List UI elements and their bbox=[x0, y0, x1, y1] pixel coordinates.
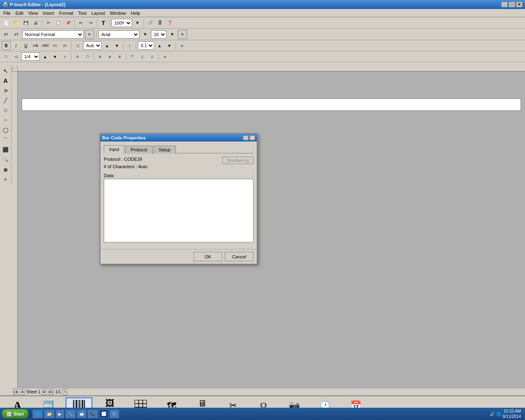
canvas-content[interactable] bbox=[18, 72, 525, 395]
italic-button[interactable]: I bbox=[11, 41, 21, 50]
size-select[interactable]: Auto bbox=[83, 41, 102, 50]
zoom-tool[interactable]: 🔍 bbox=[1, 155, 10, 164]
lasso-tool[interactable]: ⌒ bbox=[1, 135, 10, 144]
tab-input[interactable]: Input bbox=[104, 145, 124, 153]
taskbar-photo[interactable]: 🏔 bbox=[77, 409, 87, 418]
taskbar-media[interactable]: ▶ bbox=[55, 409, 64, 418]
valign-bot[interactable]: ⊥ bbox=[148, 52, 157, 61]
copy-button[interactable]: 📋 bbox=[54, 18, 63, 27]
underline-button[interactable]: U bbox=[21, 41, 30, 50]
size-up[interactable]: ▲ bbox=[103, 41, 112, 50]
spacing-select[interactable]: 0.16 bbox=[138, 41, 154, 50]
taskbar-ptouch[interactable]: 🅿 bbox=[99, 409, 109, 418]
help-btn[interactable]: ❓ bbox=[165, 18, 174, 27]
menu-window[interactable]: Window bbox=[107, 10, 128, 16]
spacing-up[interactable]: ▲ bbox=[155, 41, 164, 50]
menu-insert[interactable]: Insert bbox=[40, 10, 57, 16]
font-dropdown[interactable]: ▼ bbox=[141, 30, 150, 39]
zoom-select[interactable]: 100% bbox=[112, 19, 132, 27]
font-size-select[interactable]: 16 bbox=[151, 30, 167, 39]
undo-button[interactable]: ↩ bbox=[76, 18, 85, 27]
text-up-button[interactable]: A↑ bbox=[51, 41, 60, 50]
tb4-expand[interactable]: ↕ bbox=[60, 52, 69, 61]
db-btn[interactable]: 🗄 bbox=[155, 18, 164, 27]
rect-tool[interactable]: □ bbox=[1, 106, 10, 115]
dialog-help-button[interactable]: ? bbox=[243, 135, 249, 140]
start-button[interactable]: 🪟 Start bbox=[2, 409, 28, 419]
font-size-dropdown[interactable]: ▼ bbox=[168, 30, 177, 39]
font-select[interactable]: Arial bbox=[98, 30, 139, 39]
fill-tool[interactable]: ⬛ bbox=[1, 145, 10, 154]
menu-layout[interactable]: Layout bbox=[89, 10, 107, 16]
add-page-button[interactable]: + bbox=[62, 389, 67, 395]
tb4-btn1[interactable]: □ bbox=[2, 52, 11, 61]
first-page-button[interactable]: |◄ bbox=[13, 389, 18, 395]
text-tool[interactable]: A bbox=[1, 76, 10, 85]
text-dn-button[interactable]: A↓ bbox=[61, 41, 70, 50]
margin-select[interactable]: 1/4 bbox=[21, 52, 40, 61]
text-box-button[interactable]: ABC bbox=[41, 41, 50, 50]
align-left[interactable]: ≡ bbox=[96, 52, 105, 61]
dialog-close-button[interactable]: ✕ bbox=[249, 135, 255, 140]
spacing-dn[interactable]: ▼ bbox=[165, 41, 174, 50]
print-button[interactable]: 🖨 bbox=[31, 18, 40, 27]
circle-tool[interactable]: ◯ bbox=[1, 126, 10, 135]
valign-top[interactable]: ⊤ bbox=[128, 52, 137, 61]
data-input[interactable] bbox=[104, 179, 253, 242]
zoom-dropdown[interactable]: ▼ bbox=[133, 18, 142, 27]
more-btn2[interactable]: » bbox=[160, 52, 169, 61]
menu-format[interactable]: Format bbox=[57, 10, 76, 16]
align-right[interactable]: ≡ bbox=[115, 52, 124, 61]
vertical-text-tool[interactable]: A bbox=[1, 86, 10, 95]
last-page-button[interactable]: ►| bbox=[48, 389, 53, 395]
text-shadow-button[interactable]: A⊕ bbox=[31, 41, 40, 50]
close-button[interactable]: ✕ bbox=[516, 2, 523, 7]
taskbar-settings[interactable]: 🔧 bbox=[65, 409, 76, 418]
tb4-btn2[interactable]: ◁ bbox=[11, 52, 21, 61]
extra-tool[interactable]: ≡ bbox=[1, 175, 10, 184]
paste-button[interactable]: 📌 bbox=[64, 18, 73, 27]
save-button[interactable]: 💾 bbox=[21, 18, 30, 27]
cancel-button[interactable]: Cancel bbox=[225, 252, 253, 261]
cut-button[interactable]: ✂ bbox=[44, 18, 53, 27]
taskbar-skype[interactable]: 📞 bbox=[87, 409, 98, 418]
taskbar-explorer[interactable]: 📁 bbox=[44, 409, 55, 418]
menu-tool[interactable]: Tool bbox=[76, 10, 89, 16]
menu-help[interactable]: Help bbox=[128, 10, 143, 16]
numbering-button[interactable]: Numbering bbox=[222, 157, 253, 164]
menu-view[interactable]: View bbox=[26, 10, 41, 16]
expand-btn[interactable]: ↕ bbox=[125, 41, 134, 50]
taskbar-browser[interactable]: 🌐 bbox=[32, 409, 43, 418]
text-tool-button[interactable]: T bbox=[99, 18, 108, 27]
label-type-btn[interactable]: 🏷 bbox=[12, 30, 21, 39]
bold-button[interactable]: B bbox=[2, 41, 11, 50]
menu-edit[interactable]: Edit bbox=[13, 10, 26, 16]
font-size-close[interactable]: ✕ bbox=[178, 30, 187, 39]
tab-protocol[interactable]: Protocol bbox=[125, 146, 152, 154]
ellipse-tool[interactable]: ○ bbox=[1, 116, 10, 125]
align-center[interactable]: ≡ bbox=[105, 52, 114, 61]
new-button[interactable]: 📄 bbox=[2, 18, 11, 27]
size-dn[interactable]: ▼ bbox=[112, 41, 121, 50]
prev-page-button[interactable]: ◄ bbox=[20, 389, 25, 395]
ok-button[interactable]: OK bbox=[194, 252, 222, 261]
connect-btn[interactable]: 🔗 bbox=[146, 18, 155, 27]
maximize-button[interactable]: □ bbox=[509, 2, 515, 7]
more-btn[interactable]: » bbox=[178, 41, 187, 50]
format-select[interactable]: Normal Format bbox=[22, 30, 84, 39]
redo-button[interactable]: ↪ bbox=[86, 18, 95, 27]
label-strip[interactable] bbox=[22, 98, 521, 111]
taskbar-antivirus[interactable]: 🛡 bbox=[110, 409, 119, 418]
margin-dn[interactable]: ▼ bbox=[50, 52, 59, 61]
open-button[interactable]: 📂 bbox=[11, 18, 21, 27]
margin-up[interactable]: ▲ bbox=[41, 52, 50, 61]
line-tool[interactable]: ╱ bbox=[1, 96, 10, 105]
barcode-tool[interactable]: ▦ bbox=[1, 165, 10, 174]
format-close[interactable]: ✕ bbox=[85, 30, 94, 39]
valign-mid[interactable]: ⊥ bbox=[138, 52, 147, 61]
select-tool[interactable]: ↖ bbox=[1, 66, 10, 75]
tab-setup[interactable]: Setup bbox=[153, 146, 176, 154]
minimize-button[interactable]: _ bbox=[501, 2, 508, 7]
next-page-button[interactable]: ► bbox=[42, 389, 47, 395]
menu-file[interactable]: File bbox=[1, 10, 13, 16]
